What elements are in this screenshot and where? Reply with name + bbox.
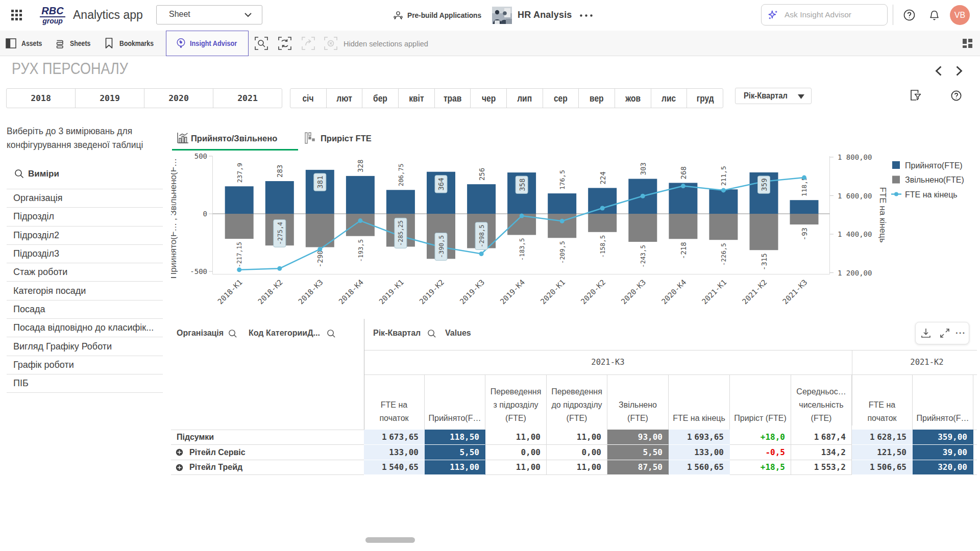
svg-text:1 400,00: 1 400,00 [838,230,872,238]
svg-text:-209,5: -209,5 [558,241,566,264]
svg-text:268: 268 [679,166,688,179]
svg-text:-193,5: -193,5 [357,239,364,262]
svg-text:211,5: 211,5 [720,166,727,186]
svg-text:2019-К3: 2019-К3 [458,278,486,306]
svg-text:-290: -290 [316,251,324,268]
svg-text:2018-К4: 2018-К4 [337,278,365,306]
svg-text:-158,5: -158,5 [599,235,606,258]
svg-text:2018-К3: 2018-К3 [297,278,325,306]
svg-text:-390,5: -390,5 [437,235,445,258]
svg-text:2018-К2: 2018-К2 [256,278,284,306]
svg-text:1 600,00: 1 600,00 [838,192,872,200]
svg-text:176,5: 176,5 [558,170,566,190]
svg-text:Звільнено(FTE): Звільнено(FTE) [905,176,964,184]
svg-text:358: 358 [518,179,526,191]
svg-text:-315: -315 [760,253,768,270]
svg-text:FTE на кінець: FTE на кінець [905,190,958,199]
svg-text:Прийнято(F… , Звільнено(F…: Прийнято(F… , Звільнено(F… [171,158,178,279]
svg-text:500: 500 [194,152,207,160]
svg-text:-183,5: -183,5 [518,238,526,261]
svg-text:-285,25: -285,25 [397,220,404,246]
svg-text:-93: -93 [800,228,808,240]
svg-text:2021-К2: 2021-К2 [741,278,769,306]
svg-text:2020-К2: 2020-К2 [579,278,607,306]
svg-text:237,9: 237,9 [236,163,243,183]
svg-text:364: 364 [437,178,446,190]
svg-text:359: 359 [760,178,768,191]
svg-text:206,75: 206,75 [397,164,405,187]
svg-text:224: 224 [599,171,607,184]
svg-text:328: 328 [356,160,364,172]
svg-text:Прийнято(FTE): Прийнято(FTE) [905,161,963,170]
svg-text:381: 381 [316,176,324,188]
svg-text:283: 283 [276,165,284,178]
svg-text:1 200,00: 1 200,00 [838,269,872,277]
svg-text:256: 256 [478,168,486,181]
svg-text:2021-К1: 2021-К1 [700,278,728,306]
svg-text:-218: -218 [679,242,688,259]
svg-text:-275,4: -275,4 [276,222,284,245]
svg-text:2020-К1: 2020-К1 [539,278,567,306]
svg-text:1 800,00: 1 800,00 [838,153,872,161]
svg-text:2019-К2: 2019-К2 [418,278,446,306]
svg-text:-217,15: -217,15 [236,242,243,267]
svg-text:0: 0 [203,210,207,218]
svg-text:-226,5: -226,5 [720,243,727,266]
svg-text:-500: -500 [190,267,207,276]
svg-text:-298,5: -298,5 [478,224,485,247]
svg-text:2018-К1: 2018-К1 [216,278,244,306]
svg-text:-243,5: -243,5 [639,245,647,268]
svg-text:2019-К1: 2019-К1 [377,278,405,306]
svg-text:2019-К4: 2019-К4 [499,278,527,306]
svg-text:2020-К3: 2020-К3 [620,278,648,306]
svg-text:2021-К3: 2021-К3 [781,278,809,306]
svg-text:303: 303 [639,162,647,175]
svg-text:2020-К4: 2020-К4 [660,278,688,306]
svg-text:FTE на кінець: FTE на кінець [878,187,888,242]
